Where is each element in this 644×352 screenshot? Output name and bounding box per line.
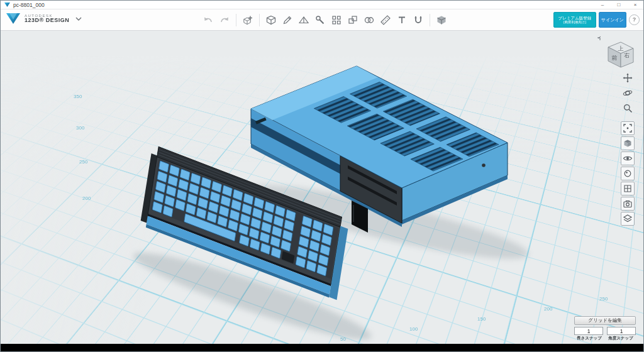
autodesk-123d-logo-icon	[6, 12, 21, 26]
grid-panel: グリッドを編集 長さスナップ 角度スナップ	[574, 316, 636, 341]
redo-icon[interactable]	[217, 13, 232, 28]
app-icon	[4, 2, 10, 8]
length-snap-input[interactable]	[574, 327, 603, 335]
titlebar: pc-8801_000 – □ ×	[1, 1, 643, 9]
3d-viewport[interactable]: 350 300 250 200 50 100 150 200 250	[1, 31, 643, 344]
app-window: pc-8801_000 – □ × AUTODESK 123D® DESIGN	[0, 0, 644, 352]
pan-icon[interactable]	[621, 71, 635, 85]
fit-view-icon[interactable]	[621, 121, 635, 135]
view-cube-icon[interactable]	[621, 136, 635, 150]
home-icon[interactable]	[597, 36, 601, 40]
viewcube-right-label[interactable]: 右	[624, 52, 630, 58]
viewcube-top-label[interactable]: 上	[618, 45, 624, 52]
premium-label: プレミアム版登録	[558, 16, 592, 20]
view-toolbar	[621, 71, 635, 226]
orbit-icon[interactable]	[621, 86, 635, 100]
app-menu-button[interactable]: AUTODESK 123D® DESIGN	[6, 12, 82, 26]
tool-strip	[201, 13, 449, 28]
toolbar-separator	[259, 14, 260, 26]
toolbar-separator	[430, 14, 430, 26]
main-toolbar: AUTODESK 123D® DESIGN	[1, 9, 643, 31]
help-button[interactable]: ?	[629, 14, 640, 25]
material-sphere-icon[interactable]	[621, 167, 635, 180]
material-icon[interactable]	[434, 13, 449, 28]
pattern-icon[interactable]	[329, 13, 344, 28]
primitives-icon[interactable]	[264, 13, 279, 28]
camera-icon[interactable]	[621, 197, 635, 211]
undo-icon[interactable]	[201, 13, 216, 28]
view-cube[interactable]: 上 前 右	[596, 35, 636, 71]
insert-primitive-icon[interactable]	[240, 13, 255, 28]
grid-snap-icon[interactable]	[621, 182, 635, 195]
toolbar-right: プレミアム版登録 (商業利用向け) サインイン ?	[553, 12, 640, 28]
toolbar-separator	[236, 14, 236, 26]
modify-icon[interactable]	[313, 13, 328, 28]
viewcube-front-label[interactable]: 前	[612, 55, 618, 61]
grouping-icon[interactable]	[345, 13, 360, 28]
premium-button[interactable]: プレミアム版登録 (商業利用向け)	[553, 12, 596, 28]
construct-icon[interactable]	[296, 13, 311, 28]
zoom-icon[interactable]	[621, 101, 635, 115]
premium-sublabel: (商業利用向け)	[564, 20, 587, 24]
maximize-button[interactable]: □	[611, 1, 627, 9]
window-controls: – □ ×	[594, 1, 643, 9]
brand-line2: 123D® DESIGN	[25, 18, 69, 24]
minimize-button[interactable]: –	[594, 1, 611, 9]
chevron-down-icon	[75, 17, 82, 21]
text-icon[interactable]	[394, 13, 409, 28]
visibility-icon[interactable]	[621, 151, 635, 165]
length-snap-label: 長さスナップ	[574, 336, 604, 341]
signin-button[interactable]: サインイン	[599, 12, 626, 28]
grid-floor	[1, 31, 643, 344]
measure-icon[interactable]	[378, 13, 393, 28]
bottom-black-bar	[1, 344, 643, 351]
layers-icon[interactable]	[621, 212, 635, 226]
close-button[interactable]: ×	[627, 1, 643, 9]
window-title: pc-8801_000	[13, 2, 45, 8]
sketch-icon[interactable]	[280, 13, 295, 28]
snap-icon[interactable]	[411, 13, 426, 28]
brand-text: AUTODESK 123D® DESIGN	[25, 14, 69, 24]
combine-icon[interactable]	[362, 13, 377, 28]
edit-grid-button[interactable]: グリッドを編集	[574, 316, 636, 325]
angle-snap-input[interactable]	[607, 327, 636, 335]
angle-snap-label: 角度スナップ	[606, 336, 636, 341]
